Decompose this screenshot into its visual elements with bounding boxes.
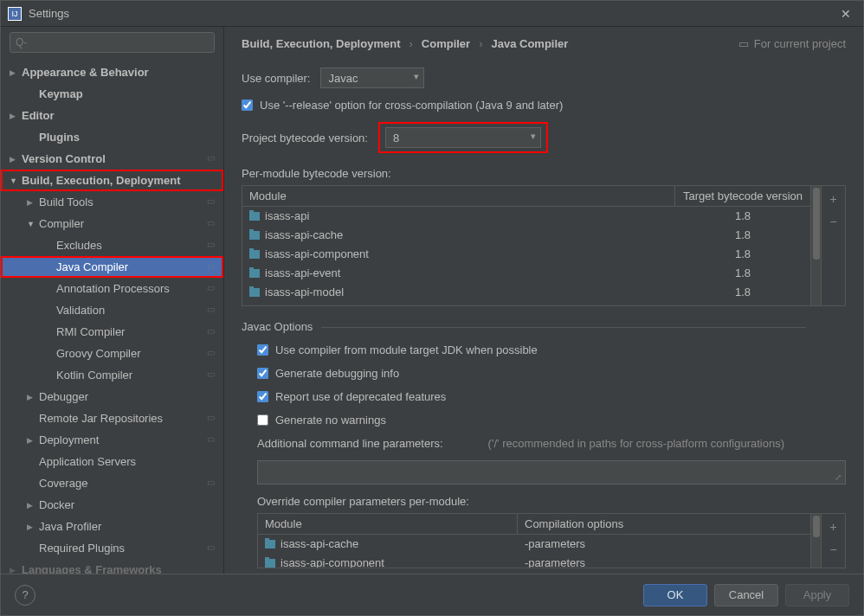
tree-item-remote-jar-repositories[interactable]: Remote Jar Repositories▭ bbox=[1, 407, 223, 429]
tree-item-editor[interactable]: ▶Editor bbox=[1, 105, 223, 126]
cell-target: 1.8 bbox=[675, 246, 810, 262]
tree-item-label: Plugins bbox=[37, 131, 216, 144]
tree-item-deployment[interactable]: ▶Deployment▭ bbox=[1, 429, 223, 451]
opt-target-jdk-label[interactable]: Use compiler from module target JDK when… bbox=[275, 343, 538, 356]
tree-item-docker[interactable]: ▶Docker bbox=[1, 494, 223, 516]
project-scope-icon: ▭ bbox=[204, 218, 216, 230]
cell-module: isass-api-model bbox=[242, 284, 675, 300]
footer: ? OK Cancel Apply bbox=[1, 574, 863, 615]
table-row[interactable]: isass-api-component1.8 bbox=[242, 245, 810, 264]
tree-item-version-control[interactable]: ▶Version Control▭ bbox=[1, 148, 223, 170]
ok-button[interactable]: OK bbox=[643, 584, 707, 606]
project-scope-icon: ▭ bbox=[204, 153, 216, 165]
opt-target-jdk-checkbox[interactable] bbox=[257, 344, 268, 356]
folder-icon bbox=[249, 212, 260, 221]
cell-module: isass-api bbox=[242, 208, 675, 224]
table-row[interactable]: isass-api-component-parameters bbox=[258, 554, 810, 568]
remove-override-button[interactable]: − bbox=[824, 540, 843, 559]
override-table: Module Compilation options isass-api-cac… bbox=[257, 513, 846, 568]
tree-item-excludes[interactable]: Excludes▭ bbox=[1, 234, 223, 256]
per-module-title: Per-module bytecode version: bbox=[242, 167, 846, 180]
tree-item-application-servers[interactable]: Application Servers bbox=[1, 451, 223, 472]
help-icon[interactable]: ? bbox=[15, 585, 35, 606]
tree-item-build-tools[interactable]: ▶Build Tools▭ bbox=[1, 191, 223, 213]
use-compiler-label: Use compiler: bbox=[242, 72, 310, 85]
tree-item-label: Deployment bbox=[37, 433, 204, 446]
cell-module: isass-api-event bbox=[242, 265, 675, 281]
opt-debug-checkbox[interactable] bbox=[257, 368, 268, 379]
breadcrumb-sep: › bbox=[409, 37, 412, 50]
opt-nowarn-label[interactable]: Generate no warnings bbox=[275, 414, 386, 427]
table-row[interactable]: isass-api-rpc-feign1.8 bbox=[242, 302, 810, 305]
opt-deprecated-checkbox[interactable] bbox=[257, 391, 268, 402]
table-row[interactable]: isass-api-model1.8 bbox=[242, 283, 810, 302]
tree-item-java-compiler[interactable]: Java Compiler▭ bbox=[1, 256, 223, 278]
window-title: Settings bbox=[29, 7, 835, 20]
override-title: Override compiler parameters per-module: bbox=[242, 495, 846, 508]
chevron-icon: ▶ bbox=[27, 198, 37, 207]
tree-item-appearance-behavior[interactable]: ▶Appearance & Behavior bbox=[1, 61, 223, 83]
tree-item-build-execution-deployment[interactable]: ▼Build, Execution, Deployment bbox=[1, 170, 223, 191]
tree-item-java-profiler[interactable]: ▶Java Profiler bbox=[1, 516, 223, 537]
cell-target: 1.8 bbox=[675, 284, 810, 300]
folder-icon bbox=[249, 269, 260, 278]
add-module-button[interactable]: + bbox=[824, 189, 843, 209]
release-option-checkbox[interactable] bbox=[242, 99, 253, 111]
opt-debug-label[interactable]: Generate debugging info bbox=[275, 367, 399, 380]
opt-nowarn-checkbox[interactable] bbox=[257, 414, 268, 426]
additional-params-hint: ('/' recommended in paths for cross-plat… bbox=[488, 437, 784, 450]
table-row[interactable]: isass-api-event1.8 bbox=[242, 264, 810, 283]
cell-target: 1.8 bbox=[675, 208, 810, 224]
chevron-icon: ▼ bbox=[10, 176, 20, 185]
table-row[interactable]: isass-api1.8 bbox=[242, 207, 810, 226]
cell-target: 1.8 bbox=[675, 227, 810, 243]
cell-options: -parameters bbox=[518, 555, 810, 568]
scrollbar[interactable] bbox=[810, 514, 821, 568]
expand-icon[interactable]: ⤢ bbox=[835, 472, 841, 482]
titlebar: IJ Settings ✕ bbox=[1, 1, 863, 27]
scrollbar[interactable] bbox=[810, 186, 821, 305]
tree-item-validation[interactable]: Validation▭ bbox=[1, 299, 223, 321]
tree-item-languages-frameworks[interactable]: ▶Languages & Frameworks bbox=[1, 559, 223, 574]
col-module[interactable]: Module bbox=[242, 186, 675, 206]
tree-item-groovy-compiler[interactable]: Groovy Compiler▭ bbox=[1, 343, 223, 364]
sidebar: ▶Appearance & BehaviorKeymap▶EditorPlugi… bbox=[1, 27, 224, 574]
folder-icon bbox=[265, 559, 275, 568]
search-input[interactable] bbox=[10, 32, 215, 53]
col-module2[interactable]: Module bbox=[258, 514, 518, 534]
col-target[interactable]: Target bytecode version bbox=[675, 186, 810, 206]
tree-item-coverage[interactable]: Coverage▭ bbox=[1, 472, 223, 494]
close-icon[interactable]: ✕ bbox=[835, 5, 856, 22]
tree-item-kotlin-compiler[interactable]: Kotlin Compiler▭ bbox=[1, 364, 223, 386]
chevron-icon: ▶ bbox=[27, 501, 37, 510]
chevron-icon: ▶ bbox=[10, 112, 20, 120]
tree-item-debugger[interactable]: ▶Debugger bbox=[1, 386, 223, 407]
tree-item-rmi-compiler[interactable]: RMI Compiler▭ bbox=[1, 321, 223, 343]
folder-icon bbox=[249, 250, 260, 259]
add-override-button[interactable]: + bbox=[824, 517, 843, 536]
cancel-button[interactable]: Cancel bbox=[714, 584, 778, 606]
use-compiler-select[interactable]: Javac bbox=[320, 67, 424, 88]
apply-button[interactable]: Apply bbox=[785, 584, 849, 606]
project-scope-icon: ▭ bbox=[204, 240, 216, 252]
tree-item-keymap[interactable]: Keymap bbox=[1, 83, 223, 105]
tree-item-label: Compiler bbox=[37, 217, 204, 230]
tree-item-label: Languages & Frameworks bbox=[20, 563, 216, 574]
col-opts[interactable]: Compilation options bbox=[518, 514, 810, 534]
settings-tree[interactable]: ▶Appearance & BehaviorKeymap▶EditorPlugi… bbox=[1, 58, 223, 574]
table-row[interactable]: isass-api-cache1.8 bbox=[242, 226, 810, 245]
tree-item-label: Kotlin Compiler bbox=[55, 369, 204, 382]
release-option-label[interactable]: Use '--release' option for cross-compila… bbox=[260, 99, 563, 112]
tree-item-compiler[interactable]: ▼Compiler▭ bbox=[1, 213, 223, 234]
project-bytecode-select[interactable]: 8 bbox=[385, 127, 541, 148]
tree-item-required-plugins[interactable]: Required Plugins▭ bbox=[1, 537, 223, 559]
additional-params-input[interactable]: ⤢ bbox=[257, 460, 846, 484]
chevron-icon: ▶ bbox=[10, 155, 20, 164]
table-row[interactable]: isass-api-cache-parameters bbox=[258, 535, 810, 554]
tree-item-annotation-processors[interactable]: Annotation Processors▭ bbox=[1, 278, 223, 299]
tree-item-label: Appearance & Behavior bbox=[20, 66, 216, 79]
project-scope-icon: ▭ bbox=[204, 283, 216, 295]
opt-deprecated-label[interactable]: Report use of deprecated features bbox=[275, 390, 446, 403]
tree-item-plugins[interactable]: Plugins bbox=[1, 126, 223, 148]
remove-module-button[interactable]: − bbox=[824, 212, 843, 231]
